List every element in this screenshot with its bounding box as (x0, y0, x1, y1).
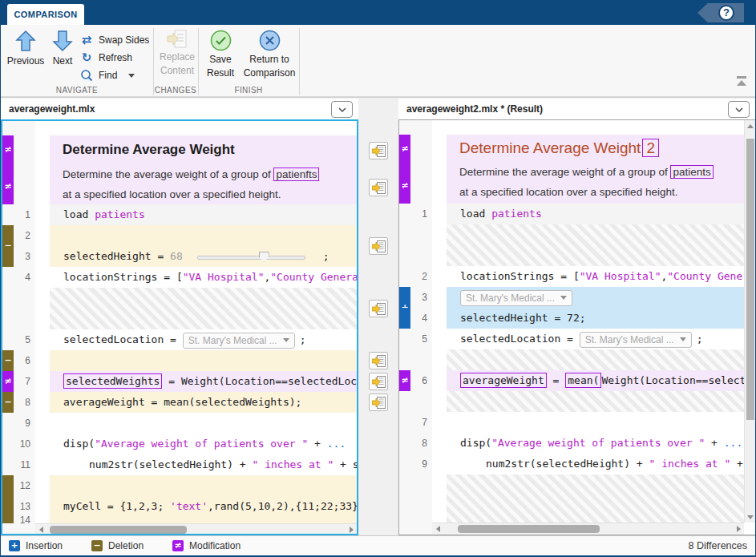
previous-button[interactable]: Previous (6, 30, 46, 67)
line-number: 1 (14, 204, 35, 225)
left-text-block: ≠ ≠ Determine Average Weight Determine t… (2, 135, 357, 204)
location-dropdown[interactable]: St. Mary's Medical ... (580, 332, 692, 348)
left-pane-menu-button[interactable] (331, 101, 353, 118)
refresh-button[interactable]: ↻ Refresh (79, 49, 153, 67)
line-number: 12 (14, 475, 35, 496)
swap-sides-button[interactable]: ⇄ Swap Sides (79, 31, 153, 49)
line-number: 9 (410, 454, 432, 474)
scrollbar-track[interactable] (443, 523, 733, 535)
save-result-button[interactable]: Save Result (203, 30, 238, 79)
merge-button[interactable] (369, 179, 388, 196)
line-number: 5 (14, 329, 35, 350)
scrollbar-track[interactable] (745, 131, 756, 511)
toolbar-separator (299, 28, 300, 95)
deletion-marker: − (2, 225, 14, 246)
scroll-right-button[interactable] (733, 523, 744, 535)
merge-strip (358, 119, 398, 535)
collapse-toolstrip-button[interactable] (736, 76, 747, 86)
scrollbar-thumb[interactable] (50, 526, 188, 534)
merge-button[interactable] (369, 394, 388, 411)
legend-modification-label: Modification (189, 540, 241, 551)
scrollbar-track[interactable] (46, 524, 346, 535)
insertion-marker (399, 308, 410, 329)
collapse-bar-icon (737, 76, 746, 79)
deletion-marker (2, 475, 14, 496)
right-doc-heading: Determine Average Weight2 (459, 139, 756, 157)
right-line-2: 2 locationStrings = ["VA Hospital","Coun… (399, 266, 756, 287)
merge-button[interactable] (369, 300, 388, 317)
section-navigate: NAVIGATE (1, 86, 153, 95)
scroll-left-button[interactable] (432, 523, 443, 535)
word-diff-box: selectedWeights (63, 373, 162, 389)
left-line-11: 11 num2str(selectedHeight) + " inches at… (2, 454, 357, 475)
scroll-up-button[interactable] (745, 120, 756, 131)
merge-button[interactable] (369, 352, 388, 369)
left-doc-heading: Determine Average Weight (63, 142, 357, 158)
para-text: Determine the average weight of a group … (63, 168, 273, 180)
plus-icon: + (9, 540, 20, 551)
scroll-down-button[interactable] (745, 511, 756, 523)
help-button[interactable]: ? (697, 3, 744, 22)
line-number: 2 (14, 225, 35, 246)
line-number: 5 (410, 329, 432, 349)
return-label2: Comparison (244, 67, 296, 79)
status-bar: + Insertion − Deletion ≠ Modification 8 … (1, 535, 755, 555)
find-dropdown-caret[interactable] (128, 74, 135, 78)
left-line-9: 9 (2, 413, 357, 434)
word-diff-box: 2 (642, 139, 659, 157)
left-line-1: 1 load patients (2, 204, 357, 225)
arrow-down-icon (52, 30, 73, 52)
right-alignment-gap (399, 474, 756, 523)
scroll-right-button[interactable] (346, 524, 357, 535)
modification-marker: ≠ (399, 370, 410, 391)
right-vertical-scrollbar[interactable] (744, 120, 756, 523)
word-diff-box: averageWeight (460, 373, 547, 388)
minus-icon: − (2, 354, 14, 367)
height-slider[interactable] (197, 252, 305, 263)
location-dropdown[interactable]: St. Mary's Medical ... (460, 290, 572, 306)
deletion-marker (2, 496, 14, 517)
left-line-4: 4 locationStrings = ["VA Hospital","Coun… (2, 267, 357, 288)
scroll-left-button[interactable] (35, 524, 46, 535)
merge-button[interactable] (369, 237, 388, 255)
right-horizontal-scrollbar[interactable] (399, 523, 756, 535)
left-line-6: − 6 (2, 350, 357, 371)
scrollbar-thumb[interactable] (458, 525, 600, 533)
replace-content-button: Replace Content (158, 30, 196, 76)
scrollbar-thumb[interactable] (746, 139, 754, 420)
legend-deletion: − Deletion (91, 540, 144, 551)
dropdown-caret-icon (560, 296, 567, 300)
left-line-7: ≠ 7 selectedWeights = Weight(Location==s… (2, 371, 357, 392)
right-line-6: ≠ 6 averageWeight = mean(Weight(Location… (399, 370, 756, 391)
word-diff-box: patienfts (273, 168, 319, 181)
pane-header-band: averageweight.mlx averageweight2.mlx * (… (1, 97, 755, 119)
right-pane-menu-button[interactable] (728, 101, 750, 118)
merge-button[interactable] (369, 373, 388, 390)
location-dropdown[interactable]: St. Mary's Medical ... (183, 333, 295, 349)
tab-comparison[interactable]: COMPARISON (7, 4, 84, 25)
left-horizontal-scrollbar[interactable] (2, 523, 357, 535)
right-pane-header: averageweight2.mlx * (Result) (398, 99, 755, 120)
slider-thumb[interactable] (259, 252, 269, 262)
deletion-marker (2, 246, 14, 267)
triangle-right-icon (737, 526, 741, 532)
slider-value: 68 (170, 250, 183, 262)
help-icon: ? (718, 5, 734, 21)
find-button[interactable]: Find (79, 67, 153, 84)
swap-icon: ⇄ (79, 33, 94, 47)
next-button[interactable]: Next (47, 30, 78, 67)
legend-modification: ≠ Modification (172, 540, 241, 551)
left-line-5: 5 selectedLocation = St. Mary's Medical … (2, 329, 357, 350)
arrow-up-icon (15, 30, 36, 52)
return-to-comparison-button[interactable]: Return to Comparison (240, 30, 299, 79)
right-text-block: ≠ ≠ Determine Average Weight2 Determine … (399, 135, 756, 204)
merge-change-icon (372, 240, 386, 252)
right-line-8: 8 disp("Average weight of patients over … (399, 433, 756, 454)
line-number: 6 (14, 350, 35, 371)
not-equal-icon: ≠ (2, 143, 14, 156)
not-equal-icon: ≠ (2, 375, 14, 388)
line-number: 1 (410, 204, 432, 224)
merge-button[interactable] (369, 142, 388, 159)
replace-content-label2: Content (160, 65, 194, 76)
collapse-arrow-icon (737, 80, 746, 86)
